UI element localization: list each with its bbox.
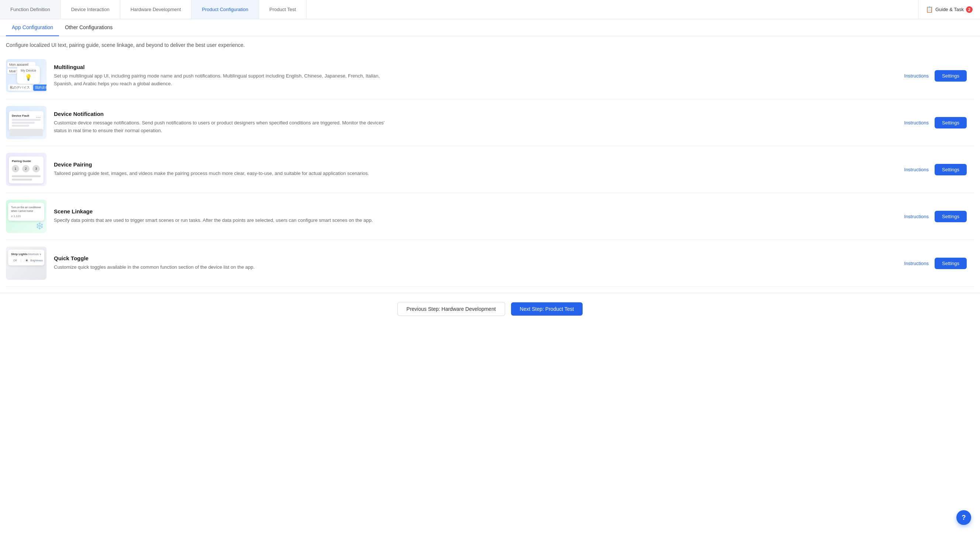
nav-tab-hardware-development[interactable]: Hardware Development [120, 0, 192, 19]
instructions-link-multilingual[interactable]: Instructions [904, 73, 929, 79]
page-description: Configure localized UI text, pairing gui… [0, 36, 980, 53]
lang-chip-japanese: 私のデバイス [8, 85, 32, 91]
pairing-step-1: 1 [12, 165, 19, 172]
config-title-quick-toggle: Quick Toggle [54, 255, 897, 262]
footer: Previous Step: Hardware Development Next… [0, 293, 980, 325]
prev-step-button[interactable]: Previous Step: Hardware Development [398, 302, 505, 316]
config-actions-scene-linkage: Instructions Settings [904, 211, 974, 222]
guide-icon: 📋 [926, 6, 933, 13]
notification-card: ··· Device Fault [9, 111, 43, 131]
config-item-scene-linkage: Turn on the air conditioner when I arriv… [6, 193, 974, 240]
config-item-multilingual: Mon appareil Моё устройство My Device 💡 … [6, 53, 974, 99]
settings-button-device-pairing[interactable]: Settings [935, 164, 967, 175]
device-box: My Device 💡 [17, 66, 40, 84]
toggle-card: Strip Lights Shortcuts ∨ Off | ☀ Brightn… [8, 250, 44, 265]
sub-tab-app-configuration[interactable]: App Configuration [6, 19, 59, 36]
config-info-quick-toggle: Quick Toggle Customize quick toggles ava… [54, 255, 897, 271]
config-desc-scene-linkage: Specify data points that are used to tri… [54, 217, 386, 225]
settings-button-scene-linkage[interactable]: Settings [935, 211, 967, 222]
config-list: Mon appareil Моё устройство My Device 💡 … [0, 53, 980, 287]
config-title-scene-linkage: Scene Linkage [54, 208, 897, 214]
thumbnail-device-notification: ··· Device Fault [6, 106, 46, 139]
guide-task-badge: 2 [966, 6, 973, 13]
config-title-multilingual: Multilingual [54, 64, 897, 70]
instructions-link-device-notification[interactable]: Instructions [904, 120, 929, 126]
thumbnail-device-pairing: Pairing Guide 1 2 3 [6, 153, 46, 186]
instructions-link-scene-linkage[interactable]: Instructions [904, 214, 929, 219]
config-info-device-pairing: Device Pairing Tailored pairing guide te… [54, 161, 897, 177]
config-desc-device-pairing: Tailored pairing guide text, images, and… [54, 170, 386, 177]
nav-tab-function-definition[interactable]: Function Definition [0, 0, 61, 19]
sub-tab-other-configurations[interactable]: Other Configurations [59, 19, 118, 36]
thumbnail-scene-linkage: Turn on the air conditioner when I arriv… [6, 200, 46, 233]
instructions-link-device-pairing[interactable]: Instructions [904, 167, 929, 172]
guide-task-button[interactable]: 📋 Guide & Task 2 [918, 0, 980, 19]
config-info-device-notification: Device Notification Customize device mes… [54, 111, 897, 135]
pairing-step-3: 3 [32, 165, 40, 172]
config-title-device-notification: Device Notification [54, 111, 897, 117]
scene-icon: ❄️ [35, 222, 43, 230]
config-actions-device-notification: Instructions Settings [904, 117, 974, 128]
settings-button-quick-toggle[interactable]: Settings [935, 258, 967, 269]
config-info-scene-linkage: Scene Linkage Specify data points that a… [54, 208, 897, 225]
config-title-device-pairing: Device Pairing [54, 161, 897, 168]
config-actions-quick-toggle: Instructions Settings [904, 258, 974, 269]
scene-card: Turn on the air conditioner when I arriv… [8, 203, 44, 221]
config-actions-device-pairing: Instructions Settings [904, 164, 974, 175]
config-item-device-pairing: Pairing Guide 1 2 3 Device Pairing Tailo… [6, 146, 974, 193]
nav-tab-product-configuration[interactable]: Product Configuration [191, 0, 259, 19]
config-desc-quick-toggle: Customize quick toggles available in the… [54, 263, 386, 271]
config-item-quick-toggle: Strip Lights Shortcuts ∨ Off | ☀ Brightn… [6, 240, 974, 287]
settings-button-device-notification[interactable]: Settings [935, 117, 967, 128]
config-desc-device-notification: Customize device message notifications. … [54, 119, 386, 135]
settings-button-multilingual[interactable]: Settings [935, 70, 967, 81]
sub-navigation: App Configuration Other Configurations [0, 19, 980, 36]
instructions-link-quick-toggle[interactable]: Instructions [904, 261, 929, 266]
nav-tab-device-interaction[interactable]: Device Interaction [61, 0, 120, 19]
next-step-button[interactable]: Next Step: Product Test [511, 302, 583, 316]
top-navigation: Function Definition Device Interaction H… [0, 0, 980, 19]
sun-icon: ☀ [25, 258, 29, 262]
nav-tab-product-test[interactable]: Product Test [259, 0, 307, 19]
config-item-device-notification: ··· Device Fault Device Notification Cus… [6, 99, 974, 146]
lang-chip-chinese: 我的设备 [33, 85, 46, 91]
config-info-multilingual: Multilingual Set up multilingual app UI,… [54, 64, 897, 88]
config-desc-multilingual: Set up multilingual app UI, including pa… [54, 72, 386, 88]
pairing-card: Pairing Guide 1 2 3 [9, 156, 43, 183]
thumbnail-multilingual: Mon appareil Моё устройство My Device 💡 … [6, 59, 46, 92]
pairing-step-2: 2 [22, 165, 30, 172]
thumbnail-quick-toggle: Strip Lights Shortcuts ∨ Off | ☀ Brightn… [6, 247, 46, 280]
config-actions-multilingual: Instructions Settings [904, 70, 974, 81]
